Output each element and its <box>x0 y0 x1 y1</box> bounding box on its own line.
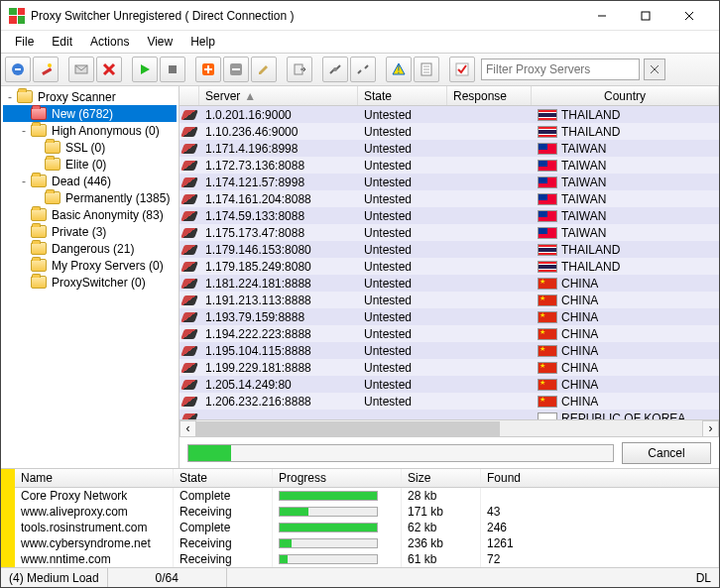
tree-item[interactable]: ProxySwitcher (0) <box>3 274 177 291</box>
proxy-row[interactable]: 1.10.236.46:9000UntestedTHAILAND <box>180 123 719 140</box>
filter-clear-button[interactable] <box>644 59 665 80</box>
menu-view[interactable]: View <box>139 33 180 51</box>
menu-edit[interactable]: Edit <box>44 33 80 51</box>
flag-icon <box>538 379 557 391</box>
proxy-row[interactable]: REPUBLIC OF KOREA <box>180 410 719 419</box>
proxy-icon <box>180 363 198 373</box>
proxy-icon <box>180 211 198 221</box>
src-col-state[interactable]: State <box>174 469 273 487</box>
col-state[interactable]: State <box>358 86 447 105</box>
tree-item[interactable]: Private (3) <box>3 223 177 240</box>
proxy-row[interactable]: 1.175.173.47:8088UntestedTAIWAN <box>180 224 719 241</box>
source-row[interactable]: www.aliveproxy.comReceiving171 kb43 <box>15 504 719 520</box>
proxy-row[interactable]: 1.199.229.181:8888UntestedCHINA <box>180 359 719 376</box>
proxy-icon <box>180 295 198 305</box>
tree-item[interactable]: Permanently (1385) <box>3 189 177 206</box>
status-load: (4) Medium Load <box>1 568 108 587</box>
scan-bar: Cancel <box>180 436 719 468</box>
maximize-button[interactable] <box>624 2 667 30</box>
wizard-button[interactable] <box>33 57 59 82</box>
svg-rect-6 <box>42 67 52 75</box>
proxy-row[interactable]: 1.206.232.216:8888UntestedCHINA <box>180 393 719 410</box>
svg-rect-5 <box>15 68 21 70</box>
status-dl: DL <box>688 568 719 587</box>
menu-help[interactable]: Help <box>182 33 223 51</box>
source-row[interactable]: www.nntime.comReceiving61 kb72 <box>15 551 719 567</box>
flag-icon <box>538 109 557 121</box>
export-button[interactable] <box>287 57 312 82</box>
proxy-row[interactable]: 1.195.104.115:8888UntestedCHINA <box>180 342 719 359</box>
stop-button[interactable] <box>160 57 185 82</box>
proxy-row[interactable]: 1.174.121.57:8998UntestedTAIWAN <box>180 174 719 190</box>
svg-point-7 <box>48 63 52 67</box>
connect-button[interactable] <box>322 57 348 82</box>
src-col-name[interactable]: Name <box>15 469 174 487</box>
flag-icon <box>538 176 557 188</box>
proxy-row[interactable]: 1.179.146.153:8080UntestedTHAILAND <box>180 241 719 258</box>
source-row[interactable]: www.cybersyndrome.netReceiving236 kb1261 <box>15 535 719 551</box>
proxy-row[interactable]: 1.181.224.181:8888UntestedCHINA <box>180 275 719 292</box>
log-button[interactable] <box>414 57 439 82</box>
menu-actions[interactable]: Actions <box>82 33 137 51</box>
check-button[interactable] <box>449 57 475 82</box>
play-button[interactable] <box>132 57 158 82</box>
tree-item[interactable]: SSL (0) <box>3 139 177 156</box>
remove-button[interactable] <box>223 57 249 82</box>
horizontal-scrollbar[interactable]: ‹ › <box>180 419 719 436</box>
source-row[interactable]: tools.rosinstrument.comComplete62 kb246 <box>15 520 719 535</box>
col-country[interactable]: Country <box>532 86 719 105</box>
proxy-row[interactable]: 1.205.14.249:80UntestedCHINA <box>180 376 719 393</box>
scroll-track[interactable] <box>196 421 702 436</box>
menu-file[interactable]: File <box>7 33 42 51</box>
direct-connection-button[interactable] <box>5 57 31 82</box>
title-bar: Proxy Switcher Unregistered ( Direct Con… <box>1 1 719 31</box>
col-icon[interactable] <box>180 86 199 105</box>
proxy-row[interactable]: 1.191.213.113:8888UntestedCHINA <box>180 292 719 308</box>
flag-icon <box>538 126 557 138</box>
alert-button[interactable]: ! <box>386 57 412 82</box>
proxy-row[interactable]: 1.194.222.223:8888UntestedCHINA <box>180 325 719 342</box>
filter-input[interactable] <box>481 59 640 80</box>
close-button[interactable] <box>667 2 711 30</box>
proxy-row[interactable]: 1.179.185.249:8080UntestedTHAILAND <box>180 258 719 275</box>
proxy-row[interactable]: 1.174.161.204:8088UntestedTAIWAN <box>180 190 719 207</box>
proxy-list-pane: Server ▲ State Response Country 1.0.201.… <box>180 86 719 468</box>
scroll-right-button[interactable]: › <box>702 420 719 437</box>
scan-progress <box>187 444 614 462</box>
disconnect-button[interactable] <box>350 57 376 82</box>
proxy-row[interactable]: 1.172.73.136:8088UntestedTAIWAN <box>180 157 719 174</box>
src-col-found[interactable]: Found <box>481 469 719 487</box>
tree-item[interactable]: Basic Anonymity (83) <box>3 206 177 223</box>
add-button[interactable] <box>195 57 221 82</box>
tree-pane[interactable]: -Proxy Scanner New (6782)-High Anonymous… <box>1 86 180 468</box>
cancel-button[interactable]: Cancel <box>622 442 711 464</box>
proxy-row[interactable]: 1.193.79.159:8888UntestedCHINA <box>180 308 719 325</box>
proxy-row[interactable]: 1.171.4.196:8998UntestedTAIWAN <box>180 140 719 157</box>
sources-pane: Name State Progress Size Found Core Prox… <box>1 468 719 567</box>
mail-button[interactable] <box>68 57 94 82</box>
scroll-left-button[interactable]: ‹ <box>180 420 196 437</box>
delete-button[interactable] <box>96 57 122 82</box>
source-row[interactable]: Core Proxy NetworkComplete28 kb <box>15 488 719 504</box>
flag-icon <box>538 244 557 256</box>
tree-item[interactable]: Dangerous (21) <box>3 240 177 257</box>
menu-bar: File Edit Actions View Help <box>1 31 719 53</box>
src-col-size[interactable]: Size <box>402 469 481 487</box>
tree-item[interactable]: New (6782) <box>3 105 177 122</box>
edit-button[interactable] <box>251 57 277 82</box>
list-body[interactable]: 1.0.201.16:9000UntestedTHAILAND1.10.236.… <box>180 106 719 419</box>
proxy-row[interactable]: 1.174.59.133:8088UntestedTAIWAN <box>180 207 719 224</box>
col-server[interactable]: Server ▲ <box>199 86 358 105</box>
flag-icon <box>538 160 557 172</box>
flag-icon <box>538 143 557 155</box>
minimize-button[interactable] <box>580 2 624 30</box>
tree-item[interactable]: -Dead (446) <box>3 173 177 189</box>
tree-root[interactable]: -Proxy Scanner <box>3 88 177 105</box>
tree-item[interactable]: My Proxy Servers (0) <box>3 257 177 274</box>
src-col-progress[interactable]: Progress <box>273 469 402 487</box>
tree-item[interactable]: -High Anonymous (0) <box>3 122 177 139</box>
proxy-row[interactable]: 1.0.201.16:9000UntestedTHAILAND <box>180 106 719 123</box>
tree-item[interactable]: Elite (0) <box>3 156 177 173</box>
scroll-thumb[interactable] <box>196 421 500 436</box>
col-response[interactable]: Response <box>447 86 532 105</box>
